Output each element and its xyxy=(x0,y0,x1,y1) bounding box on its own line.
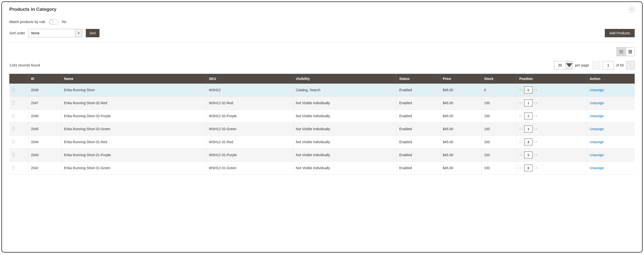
col-status[interactable]: Status xyxy=(397,74,440,84)
position-input[interactable] xyxy=(524,164,532,171)
drag-handle-icon[interactable] xyxy=(12,152,15,157)
caret-down-icon xyxy=(566,63,572,67)
cell-name: Erika Running Short-31-Red xyxy=(62,136,206,149)
move-to-bottom-icon[interactable] xyxy=(534,128,538,130)
drag-handle-icon[interactable] xyxy=(12,140,15,144)
move-to-top-icon[interactable] xyxy=(519,128,523,130)
prev-page-button[interactable] xyxy=(592,61,600,69)
drag-cell[interactable] xyxy=(9,84,28,97)
unassign-link[interactable]: Unassign xyxy=(590,101,604,105)
sort-order-select[interactable] xyxy=(28,29,82,37)
col-position[interactable]: Position xyxy=(517,74,587,84)
svg-point-29 xyxy=(14,117,15,117)
next-page-button[interactable] xyxy=(626,61,635,69)
col-name[interactable]: Name xyxy=(62,74,206,84)
grid-view-button[interactable] xyxy=(626,48,634,56)
per-page-input[interactable] xyxy=(554,61,566,69)
move-to-top-icon[interactable] xyxy=(519,140,523,143)
cell-status: Enabled xyxy=(397,136,440,149)
move-to-top-icon[interactable] xyxy=(519,115,523,117)
svg-point-22 xyxy=(12,104,13,104)
svg-point-48 xyxy=(12,166,13,166)
cell-visibility: Not Visible Individually xyxy=(293,123,397,136)
cell-name: Erika Running Short-32-Green xyxy=(62,123,206,136)
move-to-bottom-icon[interactable] xyxy=(534,140,538,143)
drag-handle-icon[interactable] xyxy=(12,127,15,131)
table-row[interactable]: 2048Erika Running ShortWSH12Catalog, Sea… xyxy=(9,84,635,97)
svg-point-52 xyxy=(12,169,13,169)
svg-point-13 xyxy=(14,88,15,89)
unassign-link[interactable]: Unassign xyxy=(590,114,604,118)
table-row[interactable]: 2042Erika Running Short-31-GreenWSH12-31… xyxy=(9,162,635,175)
unassign-link[interactable]: Unassign xyxy=(590,140,604,144)
cell-price: $45.00 xyxy=(440,136,482,149)
table-row[interactable]: 2047Erika Running Short-32-RedWSH12-32-R… xyxy=(9,97,635,110)
move-to-top-icon[interactable] xyxy=(519,153,523,156)
position-input[interactable] xyxy=(524,139,532,145)
add-products-button[interactable]: Add Products xyxy=(605,29,635,37)
svg-point-32 xyxy=(12,128,13,129)
svg-point-16 xyxy=(12,91,13,91)
col-visibility[interactable]: Visibility xyxy=(293,74,397,84)
table-row[interactable]: 2046Erika Running Short-32-PurpleWSH12-3… xyxy=(9,110,635,123)
svg-point-20 xyxy=(12,102,13,103)
sort-order-input[interactable] xyxy=(28,29,75,37)
cell-price: $45.00 xyxy=(440,149,482,162)
drag-cell[interactable] xyxy=(9,97,28,110)
match-rule-toggle[interactable] xyxy=(49,19,58,25)
cell-id: 2047 xyxy=(28,97,62,110)
col-price[interactable]: Price xyxy=(440,74,482,84)
cell-stock: 0 xyxy=(482,84,517,97)
position-input[interactable] xyxy=(524,100,532,106)
col-id[interactable]: ID xyxy=(28,74,62,84)
drag-handle-icon[interactable] xyxy=(12,114,15,118)
table-row[interactable]: 2044Erika Running Short-31-RedWSH12-31-R… xyxy=(9,136,635,149)
current-page-input[interactable] xyxy=(603,61,614,69)
drag-handle-icon[interactable] xyxy=(12,165,15,170)
list-view-button[interactable] xyxy=(617,48,626,56)
unassign-link[interactable]: Unassign xyxy=(590,88,604,92)
collapse-button[interactable] xyxy=(629,6,635,12)
move-to-bottom-icon[interactable] xyxy=(534,102,538,104)
svg-rect-9 xyxy=(628,53,630,54)
drag-cell[interactable] xyxy=(9,149,28,162)
pager: of 60 xyxy=(592,61,635,69)
sort-button[interactable]: Sort xyxy=(86,29,100,37)
cell-status: Enabled xyxy=(397,110,440,123)
drag-cell[interactable] xyxy=(9,162,28,175)
unassign-link[interactable]: Unassign xyxy=(590,166,604,170)
drag-handle-icon[interactable] xyxy=(12,88,15,92)
move-to-top-icon[interactable] xyxy=(519,166,523,169)
table-row[interactable]: 2045Erika Running Short-32-GreenWSH12-32… xyxy=(9,123,635,136)
table-row[interactable]: 2043Erika Running Short-31-PurpleWSH12-3… xyxy=(9,149,635,162)
drag-cell[interactable] xyxy=(9,110,28,123)
view-group xyxy=(616,47,635,56)
move-to-bottom-icon[interactable] xyxy=(534,115,538,117)
svg-rect-8 xyxy=(631,51,632,52)
move-to-top-icon[interactable] xyxy=(519,102,523,104)
position-input[interactable] xyxy=(524,152,532,158)
col-stock[interactable]: Stock xyxy=(482,74,517,84)
move-to-bottom-icon[interactable] xyxy=(534,166,538,169)
move-to-bottom-icon[interactable] xyxy=(534,153,538,156)
drag-cell[interactable] xyxy=(9,123,28,136)
per-page-dropdown-button[interactable] xyxy=(566,61,573,69)
position-input[interactable] xyxy=(524,113,532,119)
drag-handle-icon[interactable] xyxy=(12,101,15,105)
unassign-link[interactable]: Unassign xyxy=(590,127,604,131)
drag-cell[interactable] xyxy=(9,136,28,149)
move-to-bottom-icon[interactable] xyxy=(534,89,538,91)
col-sku[interactable]: SKU xyxy=(206,74,293,84)
svg-point-39 xyxy=(14,141,15,142)
unassign-link[interactable]: Unassign xyxy=(590,153,604,157)
svg-rect-11 xyxy=(631,53,632,54)
sort-order-dropdown-button[interactable] xyxy=(75,29,82,37)
svg-point-19 xyxy=(14,101,15,102)
svg-point-49 xyxy=(14,166,15,166)
move-to-top-icon[interactable] xyxy=(519,89,523,91)
cell-status: Enabled xyxy=(397,84,440,97)
chevron-right-icon xyxy=(630,65,632,66)
svg-rect-6 xyxy=(628,51,630,52)
position-input[interactable] xyxy=(524,87,532,93)
position-input[interactable] xyxy=(524,126,532,132)
